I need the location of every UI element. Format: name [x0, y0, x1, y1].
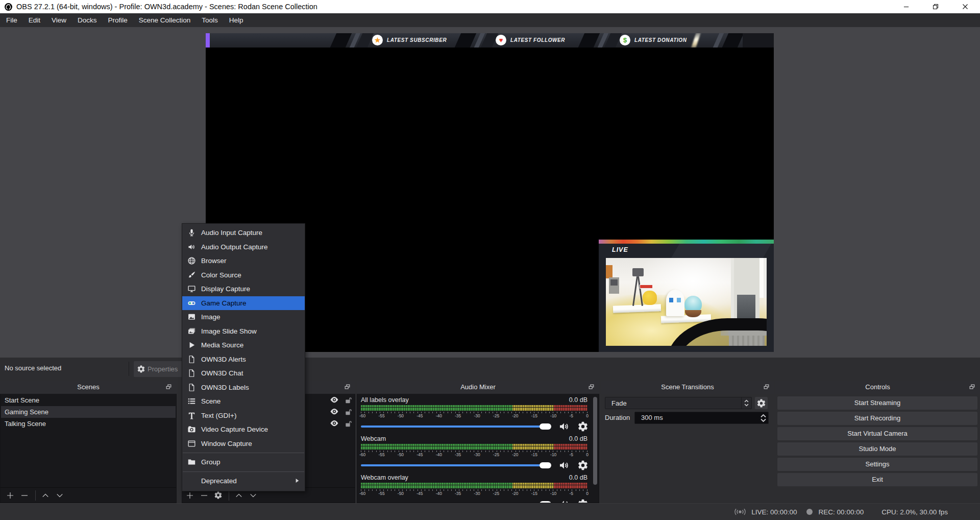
- duration-spinbox[interactable]: 300 ms: [634, 412, 769, 424]
- menu-item-color-source[interactable]: Color Source: [182, 268, 305, 282]
- volume-slider-handle[interactable]: [540, 462, 551, 468]
- menu-item-image[interactable]: Image: [182, 310, 305, 324]
- scene-item-selected[interactable]: Gaming Scene: [1, 406, 176, 418]
- transition-properties-button[interactable]: [755, 397, 768, 409]
- latest-follower-label: LATEST FOLLOWER: [510, 37, 565, 43]
- menu-item-window-capture[interactable]: Window Capture: [182, 437, 305, 451]
- db-tick-label: -40: [436, 452, 442, 457]
- minimize-button[interactable]: [891, 0, 921, 13]
- remove-scene-button[interactable]: [20, 491, 29, 500]
- db-tick-label: -25: [493, 452, 499, 457]
- move-source-down-button[interactable]: [249, 491, 258, 500]
- menu-item-deprecated[interactable]: Deprecated: [182, 474, 305, 488]
- transition-select[interactable]: Fade: [605, 397, 752, 409]
- menu-profile[interactable]: Profile: [103, 16, 133, 24]
- menu-view[interactable]: View: [46, 16, 72, 24]
- add-source-button[interactable]: [185, 491, 194, 500]
- menu-item-group[interactable]: Group: [182, 455, 305, 469]
- transition-spinner[interactable]: [741, 397, 751, 409]
- volume-slider[interactable]: [361, 426, 551, 428]
- visibility-eye-icon[interactable]: [330, 396, 339, 404]
- source-properties-gear-icon[interactable]: [214, 491, 223, 500]
- channel-name: Webcam: [361, 435, 386, 442]
- menu-item-own3d-chat[interactable]: OWN3D Chat: [182, 366, 305, 381]
- studio-mode-button[interactable]: Studio Mode: [777, 442, 977, 456]
- dock-float-icon[interactable]: [588, 384, 595, 390]
- channel-gear-icon[interactable]: [577, 460, 589, 471]
- properties-button[interactable]: Properties: [134, 361, 185, 377]
- menu-item-display-capture[interactable]: Display Capture: [182, 282, 305, 296]
- channel-gear-icon[interactable]: [577, 421, 589, 432]
- start-virtual-camera-button[interactable]: Start Virtual Camera: [777, 427, 977, 440]
- mixer-channel: Webcam overlay 0.0 dB -60-55-50-45-40-35…: [361, 474, 587, 503]
- menu-item-own3d-alerts[interactable]: OWN3D Alerts: [182, 352, 305, 367]
- duration-spinner[interactable]: [760, 412, 767, 423]
- lock-open-icon[interactable]: [345, 420, 353, 428]
- settings-button[interactable]: Settings: [777, 458, 977, 471]
- lock-open-icon[interactable]: [345, 408, 353, 416]
- scene-item[interactable]: Start Scene: [1, 394, 176, 406]
- controls-panel: Controls Start Streaming Start Recording…: [775, 381, 980, 503]
- status-bar: LIVE: 00:00:00 REC: 00:00:00 CPU: 2.0%, …: [0, 503, 980, 520]
- db-tick-label: -60: [359, 491, 365, 496]
- start-streaming-button[interactable]: Start Streaming: [777, 396, 977, 410]
- menu-item-audio-output-capture[interactable]: Audio Output Capture: [182, 240, 305, 254]
- menu-item-text-gdi[interactable]: Text (GDI+): [182, 409, 305, 423]
- dock-float-icon[interactable]: [763, 384, 770, 390]
- db-tick-label: -5: [569, 413, 573, 418]
- move-scene-up-button[interactable]: [41, 491, 50, 500]
- menu-item-game-capture[interactable]: Game Capture: [182, 296, 305, 311]
- menu-item-media-source[interactable]: Media Source: [182, 338, 305, 352]
- lock-open-icon[interactable]: [345, 396, 353, 404]
- image-icon: [187, 313, 196, 321]
- db-tick-label: 0: [586, 491, 589, 496]
- menu-edit[interactable]: Edit: [23, 16, 46, 24]
- move-scene-down-button[interactable]: [55, 491, 64, 500]
- webcam-overlay[interactable]: LIVE: [599, 240, 774, 352]
- channel-gear-icon[interactable]: [577, 499, 589, 503]
- remove-source-button[interactable]: [200, 491, 209, 500]
- speaker-icon[interactable]: [558, 459, 570, 471]
- menu-file[interactable]: File: [6, 16, 23, 24]
- menu-item-browser[interactable]: Browser: [182, 254, 305, 268]
- scene-transitions-panel: Scene Transitions Fade Duration: [601, 381, 774, 503]
- menu-item-scene[interactable]: Scene: [182, 394, 305, 409]
- scenes-toolbar: [1, 487, 176, 503]
- volume-slider[interactable]: [361, 464, 551, 466]
- volume-slider-handle[interactable]: [540, 423, 551, 430]
- webcam-video: [606, 258, 767, 346]
- menu-item-own3d-labels[interactable]: OWN3D Labels: [182, 381, 305, 395]
- restore-button[interactable]: [921, 0, 950, 13]
- text-icon: [187, 411, 196, 420]
- menu-separator: [183, 453, 304, 453]
- db-tick-label: -25: [493, 491, 499, 496]
- speaker-icon[interactable]: [558, 420, 570, 433]
- add-scene-button[interactable]: [6, 491, 15, 500]
- dock-float-icon[interactable]: [165, 384, 172, 390]
- visibility-eye-icon[interactable]: [330, 419, 339, 427]
- menu-tools[interactable]: Tools: [196, 16, 224, 24]
- move-source-up-button[interactable]: [234, 491, 243, 500]
- speaker-icon[interactable]: [558, 498, 570, 503]
- dock-float-icon[interactable]: [344, 384, 351, 390]
- latest-follower-widget: ♥ LATEST FOLLOWER: [496, 35, 565, 45]
- menu-help[interactable]: Help: [224, 16, 249, 24]
- menu-item-audio-input-capture[interactable]: Audio Input Capture: [182, 226, 305, 240]
- exit-button[interactable]: Exit: [777, 473, 977, 486]
- banner-purple-accent: [206, 33, 210, 48]
- menu-item-image-slide-show[interactable]: Image Slide Show: [182, 324, 305, 339]
- dock-float-icon[interactable]: [969, 384, 975, 390]
- duration-value: 300 ms: [641, 412, 663, 423]
- close-button[interactable]: [950, 0, 980, 13]
- menu-scene-collection[interactable]: Scene Collection: [133, 16, 196, 24]
- stream-overlay-banner: ★ LATEST SUBSCRIBER ♥ LATEST FOLLOWER $ …: [206, 33, 774, 48]
- start-recording-button[interactable]: Start Recording: [777, 412, 977, 425]
- no-source-selected-label: No source selected: [5, 364, 61, 372]
- db-tick-label: -20: [512, 491, 518, 496]
- star-icon: ★: [372, 35, 383, 45]
- mixer-scrollbar[interactable]: [593, 397, 597, 485]
- menu-item-video-capture-device[interactable]: Video Capture Device: [182, 422, 305, 437]
- menu-docks[interactable]: Docks: [72, 16, 103, 24]
- scene-item[interactable]: Talking Scene: [1, 418, 176, 430]
- visibility-eye-icon[interactable]: [330, 408, 339, 415]
